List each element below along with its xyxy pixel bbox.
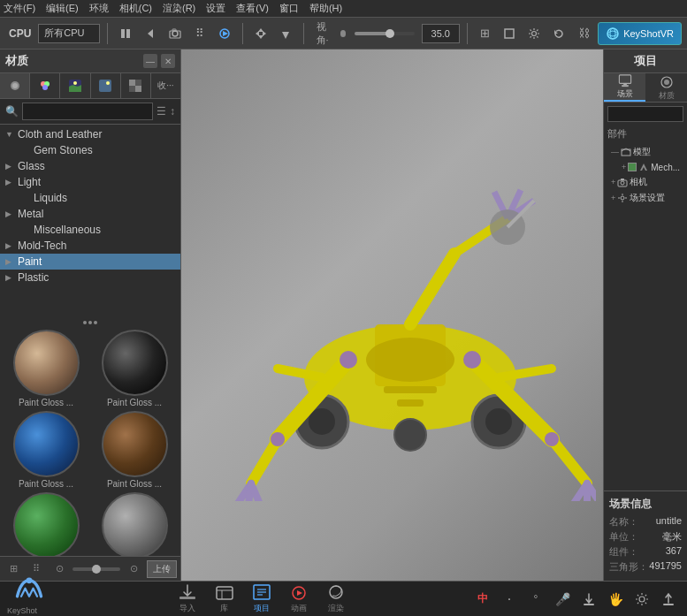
screenshot-button[interactable] [164, 21, 186, 46]
thumb-paint-gloss-black[interactable]: Paint Gloss ... [92, 330, 177, 407]
cpu-dropdown[interactable]: 所有CPU [38, 24, 100, 43]
tab-environment[interactable] [60, 73, 90, 98]
render-button[interactable] [214, 21, 235, 46]
right-panel-spacer [604, 208, 687, 491]
nav-animation[interactable]: 动画 [289, 583, 309, 614]
refresh-button[interactable] [548, 21, 569, 46]
hand-icon[interactable]: 🖐 [604, 588, 627, 611]
mat-item-glass[interactable]: ▶ Glass [0, 158, 180, 174]
menu-render[interactable]: 渲染(R) [163, 2, 195, 15]
svg-marker-10 [256, 31, 259, 36]
right-search-input[interactable] [607, 106, 683, 122]
thumb-paint-gloss-gray[interactable]: Paint Gloss ... [92, 492, 177, 556]
grid-button[interactable]: ⊞ [474, 21, 495, 46]
mat-item-cloth[interactable]: ▼ Cloth and Leather [0, 126, 180, 142]
maximize-button[interactable] [499, 21, 520, 46]
upload-icon-bottom[interactable] [657, 588, 680, 611]
back-button[interactable] [140, 21, 161, 46]
svg-rect-25 [99, 80, 111, 92]
thumb-img-tan [13, 330, 80, 396]
expand-icon-plastic: ▶ [5, 273, 14, 282]
sort-icon[interactable]: ↕ [170, 105, 175, 118]
tree-item-mech[interactable]: + Mech... [607, 160, 683, 174]
mat-item-light[interactable]: ▶ Light [0, 174, 180, 190]
minimize-panel-button[interactable]: — [143, 54, 157, 68]
svg-rect-28 [135, 86, 141, 92]
settings-icon-button[interactable] [523, 21, 545, 46]
menu-edit[interactable]: 编辑(E) [46, 2, 79, 15]
keyshot-cloud-logo[interactable]: KeyShot Cloud [7, 574, 51, 617]
thumb-paint-gloss-brown[interactable]: Paint Gloss ... [92, 411, 177, 489]
circle-icon[interactable]: ⊙ [50, 559, 69, 579]
tab-more[interactable]: 收··· [151, 73, 180, 98]
tab-material-rp[interactable]: 材质 [645, 73, 687, 102]
svg-point-22 [42, 85, 48, 90]
canvas-area[interactable] [181, 49, 603, 581]
render-label: 渲染 [328, 603, 344, 614]
nav-project[interactable]: 项目 [252, 583, 271, 614]
svg-point-17 [610, 28, 615, 39]
svg-rect-5 [172, 29, 176, 31]
tree-label-model: 模型 [633, 146, 651, 158]
mat-item-paint[interactable]: ▶ Paint [0, 254, 180, 270]
chinese-icon[interactable]: 中 [471, 588, 494, 611]
menu-help[interactable]: 帮助(H) [309, 2, 342, 15]
move-button[interactable] [250, 21, 271, 46]
tab-texture[interactable] [121, 73, 151, 98]
menu-settings[interactable]: 设置 [206, 2, 225, 15]
sep3 [303, 23, 304, 44]
mat-item-metal[interactable]: ▶ Metal [0, 206, 180, 222]
arrow-down-button[interactable] [275, 21, 296, 46]
progress-slider[interactable] [355, 32, 415, 35]
mat-item-gem[interactable]: Gem Stones [0, 142, 180, 158]
tab-color[interactable] [30, 73, 60, 98]
main-layout: 材质 — ✕ 收··· [0, 49, 687, 581]
mat-item-liquids[interactable]: Liquids [0, 190, 180, 206]
scene-icon [617, 73, 633, 88]
thumb-paint-gloss-green[interactable]: Paint Gloss ... [4, 492, 88, 556]
dot-icon[interactable]: · [498, 588, 521, 611]
tab-background[interactable] [91, 73, 121, 98]
svg-rect-66 [623, 83, 627, 85]
gear-icon-bottom[interactable] [630, 588, 653, 611]
tab-material[interactable] [0, 73, 30, 98]
circle-dot-icon[interactable]: ° [524, 588, 547, 611]
close-panel-button[interactable]: ✕ [161, 54, 175, 68]
svg-point-19 [12, 83, 18, 88]
filter-button[interactable]: ⊙ [124, 559, 143, 579]
thumb-paint-gloss-blue[interactable]: Paint Gloss ... [4, 411, 88, 489]
pause-button[interactable] [115, 21, 136, 46]
tab-scene[interactable]: 场景 [604, 73, 645, 102]
nav-render[interactable]: 渲染 [326, 583, 346, 614]
tree-item-scene-settings[interactable]: + 场景设置 [607, 190, 683, 206]
search-input[interactable] [22, 103, 153, 120]
nav-library[interactable]: 库 [215, 583, 234, 614]
expand-mech-icon: + [622, 163, 626, 171]
keyshot-vr-button[interactable]: KeyShotVR [598, 22, 682, 45]
menu-file[interactable]: 文件(F) [4, 2, 35, 15]
thumb-img-black [102, 330, 168, 396]
menu-camera[interactable]: 相机(C) [119, 2, 152, 15]
mech-checkbox[interactable] [628, 163, 637, 171]
chain-button[interactable]: ⛓ [573, 21, 594, 46]
thumb-img-blue [13, 411, 80, 477]
menu-env[interactable]: 环境 [89, 2, 109, 15]
dots-button[interactable]: ⠿ [189, 21, 210, 46]
thumb-paint-gloss-tan[interactable]: Paint Gloss ... [4, 330, 88, 407]
thumb-label-tan: Paint Gloss ... [6, 398, 86, 407]
download-icon[interactable] [577, 588, 600, 611]
upload-button[interactable]: 上传 [147, 560, 177, 578]
bottom-nav: 导入 库 项目 动画 渲染 [51, 583, 471, 614]
nav-import[interactable]: 导入 [178, 583, 197, 614]
menu-view[interactable]: 查看(V) [236, 2, 269, 15]
menu-window[interactable]: 窗口 [279, 2, 299, 15]
size-slider[interactable] [73, 567, 120, 571]
mic-icon[interactable]: 🎤 [551, 588, 574, 611]
mat-item-misc[interactable]: Miscellaneous [0, 222, 180, 238]
tree-item-camera[interactable]: + 相机 [607, 174, 683, 190]
info-value-unit: 毫米 [662, 530, 682, 544]
mat-item-mold[interactable]: ▶ Mold-Tech [0, 238, 180, 254]
mat-item-plastic[interactable]: ▶ Plastic [0, 270, 180, 285]
filter-icon[interactable]: ☰ [156, 105, 166, 118]
tree-item-model[interactable]: — 模型 [607, 144, 683, 160]
